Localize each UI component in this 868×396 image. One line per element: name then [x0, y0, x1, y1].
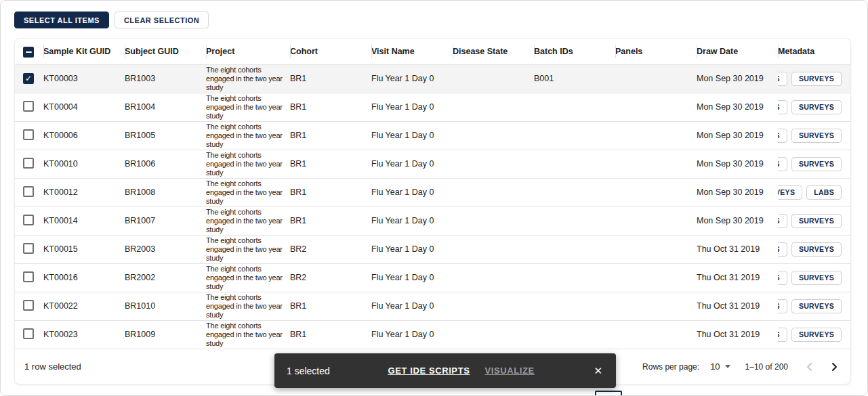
cell-subject-guid: BR1007	[125, 206, 206, 235]
cell-subject-guid: BR2002	[125, 263, 206, 292]
get-ide-scripts-button[interactable]: GET IDE SCRIPTS	[388, 366, 470, 376]
table-row[interactable]: KT00016 BR2002 The eight cohorts engaged…	[15, 263, 851, 292]
row-checkbox[interactable]	[23, 243, 34, 254]
labs-button[interactable]: LABS	[778, 299, 787, 313]
surveys-button[interactable]: SURVEYS	[791, 299, 842, 313]
clear-selection-button[interactable]: CLEAR SELECTION	[115, 12, 209, 28]
metadata-buttons: LABSSURVEYS	[778, 157, 846, 171]
cell-visit-name: Flu Year 1 Day 0	[371, 150, 453, 178]
cell-draw-date: Mon Sep 30 2019	[697, 206, 778, 235]
cell-cohort: BR1	[290, 93, 371, 121]
next-page-button[interactable]	[828, 360, 841, 374]
cell-draw-date: Thu Oct 31 2019	[697, 292, 778, 320]
surveys-button[interactable]: SURVEYS	[791, 129, 842, 143]
cell-project: The eight cohorts engaged in the two yea…	[206, 178, 290, 206]
select-all-checkbox[interactable]	[23, 47, 34, 58]
row-checkbox[interactable]	[23, 101, 34, 112]
table-row[interactable]: KT00015 BR2003 The eight cohorts engaged…	[15, 235, 851, 263]
col-header-disease-state: Disease State	[453, 39, 534, 64]
row-checkbox[interactable]	[23, 186, 34, 197]
cell-metadata: LABSSURVEYS	[778, 121, 851, 150]
cell-project: The eight cohorts engaged in the two yea…	[206, 235, 290, 263]
cell-cohort: BR2	[290, 263, 371, 292]
col-header-batch-ids: Batch IDs	[534, 39, 615, 64]
surveys-button[interactable]: SURVEYS	[791, 242, 842, 257]
cell-disease-state	[453, 206, 534, 235]
cell-disease-state	[453, 150, 534, 178]
samples-table: Sample Kit GUID Subject GUID Project Coh…	[15, 39, 851, 349]
cell-project: The eight cohorts engaged in the two yea…	[206, 292, 290, 320]
row-checkbox[interactable]	[23, 271, 34, 282]
table-row[interactable]: KT00012 BR1008 The eight cohorts engaged…	[15, 178, 851, 206]
table-row[interactable]: KT00014 BR1007 The eight cohorts engaged…	[15, 206, 851, 235]
cell-metadata: LABSSURVEYS	[778, 150, 851, 178]
labs-button[interactable]: LABS	[778, 157, 787, 171]
cell-sample-kit-guid: KT00015	[43, 235, 125, 263]
row-checkbox[interactable]	[23, 328, 34, 339]
snackbar-close-button[interactable]: ✕	[592, 364, 604, 377]
visualize-button[interactable]: VISUALIZE	[484, 366, 534, 376]
labs-button[interactable]: LABS	[778, 100, 787, 114]
row-checkbox[interactable]	[23, 73, 34, 84]
cell-metadata: LABSSURVEYS	[778, 263, 851, 292]
surveys-button[interactable]: SURVEYS	[791, 72, 842, 86]
labs-button[interactable]: LABS	[778, 72, 787, 86]
cell-project: The eight cohorts engaged in the two yea…	[206, 206, 290, 235]
labs-button[interactable]: LABS	[778, 328, 787, 342]
surveys-button[interactable]: SURVEYS	[791, 271, 842, 285]
row-checkbox[interactable]	[23, 158, 34, 169]
cell-project: The eight cohorts engaged in the two yea…	[206, 64, 290, 93]
cell-disease-state	[453, 292, 534, 320]
cell-visit-name: Flu Year 1 Day 0	[371, 93, 453, 121]
dropdown-caret-icon	[725, 365, 730, 368]
selection-toolbar: SELECT ALL ITEMS CLEAR SELECTION	[14, 12, 854, 28]
cell-draw-date: Mon Sep 30 2019	[697, 178, 778, 206]
cell-panels	[615, 206, 697, 235]
cell-metadata: LABSSURVEYS	[778, 320, 851, 349]
cell-sample-kit-guid: KT00010	[43, 150, 125, 178]
surveys-button[interactable]: SURVEYS	[778, 185, 802, 200]
cell-metadata: LABSSURVEYS	[778, 206, 851, 235]
surveys-button[interactable]: SURVEYS	[791, 328, 842, 342]
rows-per-page-select[interactable]: 10	[710, 361, 730, 372]
labs-button[interactable]: LABS	[778, 242, 787, 257]
labs-button[interactable]: LABS	[778, 271, 787, 285]
select-all-items-button[interactable]: SELECT ALL ITEMS	[14, 12, 109, 28]
snackbar-message: 1 selected	[287, 366, 330, 376]
row-checkbox[interactable]	[23, 215, 34, 225]
labs-button[interactable]: LABS	[778, 129, 787, 143]
cell-sample-kit-guid: KT00023	[43, 320, 125, 349]
partially-visible-button[interactable]	[595, 391, 622, 396]
surveys-button[interactable]: SURVEYS	[791, 214, 842, 228]
selection-summary: 1 row selected	[24, 361, 81, 372]
previous-page-button[interactable]	[803, 360, 816, 374]
cell-batch-ids	[534, 292, 615, 320]
row-checkbox[interactable]	[23, 129, 34, 140]
cell-draw-date: Mon Sep 30 2019	[697, 150, 778, 178]
selection-snackbar: 1 selected GET IDE SCRIPTS VISUALIZE ✕	[274, 353, 616, 388]
row-checkbox[interactable]	[23, 300, 34, 311]
cell-panels	[615, 263, 697, 292]
labs-button[interactable]: LABS	[806, 185, 842, 200]
cell-project: The eight cohorts engaged in the two yea…	[206, 263, 290, 292]
table-row[interactable]: KT00004 BR1004 The eight cohorts engaged…	[15, 93, 851, 121]
table-row[interactable]: KT00010 BR1006 The eight cohorts engaged…	[15, 150, 851, 178]
page-range-label: 1–10 of 200	[745, 362, 788, 372]
table-row[interactable]: KT00003 BR1003 The eight cohorts engaged…	[15, 64, 851, 93]
cell-project: The eight cohorts engaged in the two yea…	[206, 320, 290, 349]
table-row[interactable]: KT00022 BR1010 The eight cohorts engaged…	[15, 292, 851, 320]
cell-sample-kit-guid: KT00006	[43, 121, 125, 150]
col-header-panels: Panels	[615, 39, 697, 64]
table-row[interactable]: KT00023 BR1009 The eight cohorts engaged…	[15, 320, 851, 349]
cell-disease-state	[453, 263, 534, 292]
labs-button[interactable]: LABS	[778, 214, 787, 228]
surveys-button[interactable]: SURVEYS	[791, 100, 842, 114]
cell-subject-guid: BR1003	[125, 64, 206, 93]
cell-disease-state	[453, 93, 534, 121]
cell-batch-ids	[534, 93, 615, 121]
table-row[interactable]: KT00006 BR1005 The eight cohorts engaged…	[15, 121, 851, 150]
cell-panels	[615, 121, 697, 150]
col-header-visit-name: Visit Name	[371, 39, 453, 64]
surveys-button[interactable]: SURVEYS	[791, 157, 842, 171]
col-header-sample-kit-guid: Sample Kit GUID	[43, 39, 125, 64]
